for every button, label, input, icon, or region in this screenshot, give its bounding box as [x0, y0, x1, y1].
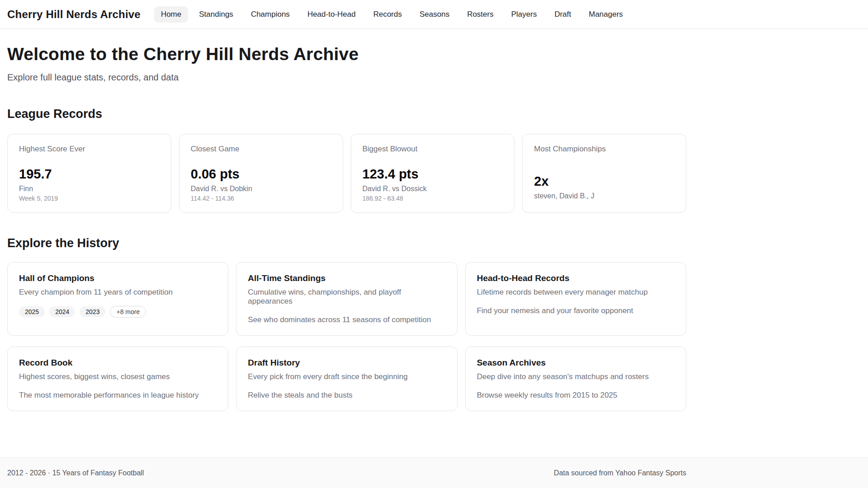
year-badge: 2025	[19, 306, 45, 317]
site-footer: 2012 - 2026 · 15 Years of Fantasy Footba…	[0, 457, 868, 488]
nav-item-draft[interactable]: Draft	[547, 6, 578, 23]
nav-item-seasons[interactable]: Seasons	[413, 6, 456, 23]
record-detail: David R. vs Dossick	[363, 185, 503, 193]
hero-section: Welcome to the Cherry Hill Nerds Archive…	[7, 29, 686, 83]
history-card-description: Every pick from every draft since the be…	[248, 372, 445, 381]
league-records-grid: Highest Score Ever 195.7 Finn Week 5, 20…	[7, 134, 686, 213]
page-subtitle: Explore full league stats, records, and …	[7, 72, 686, 83]
nav-item-champions[interactable]: Champions	[244, 6, 297, 23]
history-card-head-to-head-records[interactable]: Head-to-Head Records Lifetime records be…	[465, 262, 686, 336]
record-subdetail: 186.92 - 63.48	[363, 195, 503, 202]
nav-item-head-to-head[interactable]: Head-to-Head	[301, 6, 363, 23]
record-detail: Finn	[19, 185, 160, 193]
champion-year-badges: 2025 2024 2023 +8 more	[19, 306, 217, 318]
history-card-title: Draft History	[248, 358, 445, 368]
history-card-note: The most memorable performances in leagu…	[19, 391, 217, 400]
history-card-title: Season Archives	[477, 358, 675, 368]
record-value: 123.4 pts	[363, 167, 503, 182]
history-card-note: Browse weekly results from 2015 to 2025	[477, 391, 675, 400]
history-card-hall-of-champions[interactable]: Hall of Champions Every champion from 11…	[7, 262, 228, 336]
footer-league-years: 2012 - 2026 · 15 Years of Fantasy Footba…	[7, 469, 144, 477]
year-badge: 2023	[80, 306, 105, 317]
history-card-title: Head-to-Head Records	[477, 273, 675, 283]
app-title: Cherry Hill Nerds Archive	[7, 8, 141, 21]
record-detail: David R. vs Dobkin	[191, 185, 331, 193]
history-card-description: Highest scores, biggest wins, closest ga…	[19, 372, 217, 381]
nav-item-players[interactable]: Players	[505, 6, 544, 23]
more-years-badge: +8 more	[110, 306, 146, 318]
record-label: Biggest Blowout	[363, 145, 503, 154]
league-records-heading: League Records	[7, 107, 686, 121]
record-value: 2x	[534, 174, 675, 189]
history-card-title: Hall of Champions	[19, 273, 217, 283]
history-card-description: Cumulative wins, championships, and play…	[248, 288, 445, 306]
nav-item-rosters[interactable]: Rosters	[460, 6, 500, 23]
nav-item-managers[interactable]: Managers	[582, 6, 630, 23]
year-badge: 2024	[49, 306, 75, 317]
explore-history-grid: Hall of Champions Every champion from 11…	[7, 262, 686, 411]
page-title: Welcome to the Cherry Hill Nerds Archive	[7, 44, 686, 64]
record-label: Most Championships	[534, 145, 675, 154]
history-card-description: Lifetime records between every manager m…	[477, 288, 675, 297]
record-value: 195.7	[19, 167, 160, 182]
history-card-description: Deep dive into any season's matchups and…	[477, 372, 675, 381]
record-card-biggest-blowout: Biggest Blowout 123.4 pts David R. vs Do…	[351, 134, 515, 213]
record-label: Closest Game	[191, 145, 331, 154]
history-card-note: See who dominates across 11 seasons of c…	[248, 315, 445, 324]
record-card-most-championships: Most Championships 2x steven, David B., …	[522, 134, 686, 213]
history-card-all-time-standings[interactable]: All-Time Standings Cumulative wins, cham…	[236, 262, 457, 336]
explore-history-heading: Explore the History	[7, 236, 686, 250]
history-card-title: All-Time Standings	[248, 273, 445, 283]
nav-item-home[interactable]: Home	[154, 6, 188, 23]
record-card-highest-score: Highest Score Ever 195.7 Finn Week 5, 20…	[7, 134, 171, 213]
nav-item-standings[interactable]: Standings	[192, 6, 240, 23]
record-subdetail: 114.42 - 114.36	[191, 195, 331, 202]
record-detail: steven, David B., J	[534, 192, 675, 200]
main-nav: Home Standings Champions Head-to-Head Re…	[154, 6, 630, 23]
history-card-note: Relive the steals and the busts	[248, 391, 445, 400]
history-card-description: Every champion from 11 years of competit…	[19, 288, 217, 297]
record-value: 0.06 pts	[191, 167, 331, 182]
main-content: Welcome to the Cherry Hill Nerds Archive…	[0, 29, 868, 457]
record-card-closest-game: Closest Game 0.06 pts David R. vs Dobkin…	[179, 134, 343, 213]
history-card-draft-history[interactable]: Draft History Every pick from every draf…	[236, 347, 457, 411]
record-subdetail: Week 5, 2019	[19, 195, 160, 202]
history-card-season-archives[interactable]: Season Archives Deep dive into any seaso…	[465, 347, 686, 411]
history-card-note: Find your nemesis and your favorite oppo…	[477, 306, 675, 315]
history-card-title: Record Book	[19, 358, 217, 368]
record-label: Highest Score Ever	[19, 145, 160, 154]
history-card-record-book[interactable]: Record Book Highest scores, biggest wins…	[7, 347, 228, 411]
footer-data-source: Data sourced from Yahoo Fantasy Sports	[554, 469, 686, 477]
nav-item-records[interactable]: Records	[367, 6, 409, 23]
app-header: Cherry Hill Nerds Archive Home Standings…	[0, 0, 868, 29]
